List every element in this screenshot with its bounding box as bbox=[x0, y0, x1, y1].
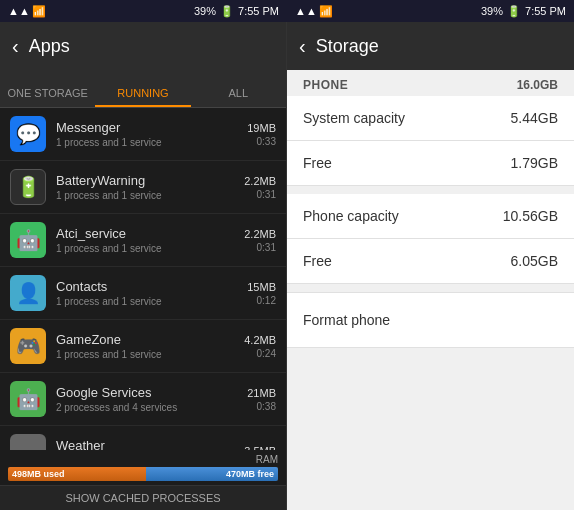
ram-used-bar: 498MB used bbox=[8, 467, 146, 481]
app-time: 0:24 bbox=[244, 348, 276, 359]
storage-item-system-capacity: System capacity 5.44GB bbox=[287, 96, 574, 141]
app-desc: 1 process and 1 service bbox=[56, 349, 244, 360]
app-size: 2.2MB bbox=[244, 228, 276, 240]
app-icon-gamezone: 🎮 bbox=[10, 328, 46, 364]
app-meta-messenger: 19MB 0:33 bbox=[247, 122, 276, 147]
show-cached-button[interactable]: SHOW CACHED PROCESSES bbox=[0, 485, 286, 510]
tab-running[interactable]: RUNNING bbox=[95, 87, 190, 107]
app-info-google: Google Services 2 processes and 4 servic… bbox=[56, 385, 247, 413]
apps-title: Apps bbox=[29, 36, 70, 57]
app-time: 0:33 bbox=[247, 136, 276, 147]
tab-one-storage[interactable]: ONE STORAGE bbox=[0, 87, 95, 107]
app-meta-google: 21MB 0:38 bbox=[247, 387, 276, 412]
storage-item-phone-capacity: Phone capacity 10.56GB bbox=[287, 194, 574, 239]
left-battery-percent: 39% bbox=[194, 5, 216, 17]
app-name: GameZone bbox=[56, 332, 244, 347]
apps-panel: ‹ Apps ONE STORAGE RUNNING ALL 💬 Messeng… bbox=[0, 0, 287, 510]
app-name: Contacts bbox=[56, 279, 247, 294]
app-icon-weather: ☁ bbox=[10, 434, 46, 450]
storage-header: ‹ Storage bbox=[287, 22, 574, 70]
app-meta-gamezone: 4.2MB 0:24 bbox=[244, 334, 276, 359]
list-item[interactable]: 🤖 Google Services 2 processes and 4 serv… bbox=[0, 373, 286, 426]
phone-section-label: PHONE bbox=[303, 78, 348, 92]
app-desc: 1 process and 1 service bbox=[56, 190, 244, 201]
left-wifi-icon: 📶 bbox=[32, 5, 46, 18]
list-item[interactable]: 👤 Contacts 1 process and 1 service 15MB … bbox=[0, 267, 286, 320]
app-desc: 2 processes and 4 services bbox=[56, 402, 247, 413]
app-size: 4.2MB bbox=[244, 334, 276, 346]
ram-label: RAM bbox=[8, 454, 278, 465]
storage-label: Free bbox=[303, 253, 332, 269]
right-status-bar: ▲▲ 📶 39% 🔋 7:55 PM bbox=[287, 0, 574, 22]
phone-section-header: PHONE 16.0GB bbox=[287, 70, 574, 96]
storage-value: 10.56GB bbox=[503, 208, 558, 224]
app-size: 15MB bbox=[247, 281, 276, 293]
left-status-bar: ▲▲ 📶 39% 🔋 7:55 PM bbox=[0, 0, 287, 22]
storage-value: 6.05GB bbox=[511, 253, 558, 269]
list-item[interactable]: ☁ Weather 1 process and 1 service 3.5MB bbox=[0, 426, 286, 450]
app-size: 2.2MB bbox=[244, 175, 276, 187]
app-icon-messenger: 💬 bbox=[10, 116, 46, 152]
format-phone-button[interactable]: Format phone bbox=[287, 292, 574, 348]
app-meta-battery: 2.2MB 0:31 bbox=[244, 175, 276, 200]
list-item[interactable]: 💬 Messenger 1 process and 1 service 19MB… bbox=[0, 108, 286, 161]
apps-tabs: ONE STORAGE RUNNING ALL bbox=[0, 70, 286, 108]
storage-label: Phone capacity bbox=[303, 208, 399, 224]
storage-label: Free bbox=[303, 155, 332, 171]
storage-panel: ‹ Storage PHONE 16.0GB System capacity 5… bbox=[287, 0, 574, 510]
storage-list: PHONE 16.0GB System capacity 5.44GB Free… bbox=[287, 70, 574, 510]
app-name: Google Services bbox=[56, 385, 247, 400]
ram-free-bar: 470MB free bbox=[146, 467, 278, 481]
storage-back-button[interactable]: ‹ bbox=[299, 35, 306, 58]
right-time: 7:55 PM bbox=[525, 5, 566, 17]
left-signal-icon: ▲▲ bbox=[8, 5, 30, 17]
ram-free-text: 470MB free bbox=[226, 469, 274, 479]
phone-section-total: 16.0GB bbox=[517, 78, 558, 92]
list-item[interactable]: 🎮 GameZone 1 process and 1 service 4.2MB… bbox=[0, 320, 286, 373]
app-name: Atci_service bbox=[56, 226, 244, 241]
app-name: Weather bbox=[56, 438, 244, 450]
storage-item-free2: Free 6.05GB bbox=[287, 239, 574, 284]
app-icon-google: 🤖 bbox=[10, 381, 46, 417]
storage-divider bbox=[287, 186, 574, 194]
app-time: 0:12 bbox=[247, 295, 276, 306]
storage-label: System capacity bbox=[303, 110, 405, 126]
left-battery-icon: 🔋 bbox=[220, 5, 234, 18]
app-name: Messenger bbox=[56, 120, 247, 135]
storage-value: 1.79GB bbox=[511, 155, 558, 171]
app-size: 21MB bbox=[247, 387, 276, 399]
tab-all[interactable]: ALL bbox=[191, 87, 286, 107]
app-icon-battery: 🔋 bbox=[10, 169, 46, 205]
right-battery-percent: 39% bbox=[481, 5, 503, 17]
app-icon-atci: 🤖 bbox=[10, 222, 46, 258]
app-info-atci: Atci_service 1 process and 1 service bbox=[56, 226, 244, 254]
apps-back-button[interactable]: ‹ bbox=[12, 35, 19, 58]
app-list: 💬 Messenger 1 process and 1 service 19MB… bbox=[0, 108, 286, 450]
ram-section: RAM 498MB used 470MB free bbox=[0, 450, 286, 485]
ram-used-text: 498MB used bbox=[12, 469, 65, 479]
right-wifi-icon: 📶 bbox=[319, 5, 333, 18]
apps-header: ‹ Apps bbox=[0, 22, 286, 70]
format-phone-label: Format phone bbox=[303, 312, 390, 328]
app-desc: 1 process and 1 service bbox=[56, 137, 247, 148]
storage-item-free1: Free 1.79GB bbox=[287, 141, 574, 186]
left-time: 7:55 PM bbox=[238, 5, 279, 17]
list-item[interactable]: 🔋 BatteryWarning 1 process and 1 service… bbox=[0, 161, 286, 214]
ram-bar: 498MB used 470MB free bbox=[8, 467, 278, 481]
list-item[interactable]: 🤖 Atci_service 1 process and 1 service 2… bbox=[0, 214, 286, 267]
app-icon-contacts: 👤 bbox=[10, 275, 46, 311]
app-time: 0:31 bbox=[244, 242, 276, 253]
app-info-battery: BatteryWarning 1 process and 1 service bbox=[56, 173, 244, 201]
right-battery-icon: 🔋 bbox=[507, 5, 521, 18]
app-name: BatteryWarning bbox=[56, 173, 244, 188]
storage-value: 5.44GB bbox=[511, 110, 558, 126]
app-info-contacts: Contacts 1 process and 1 service bbox=[56, 279, 247, 307]
app-time: 0:38 bbox=[247, 401, 276, 412]
app-time: 0:31 bbox=[244, 189, 276, 200]
app-info-messenger: Messenger 1 process and 1 service bbox=[56, 120, 247, 148]
app-desc: 1 process and 1 service bbox=[56, 296, 247, 307]
right-signal-icon: ▲▲ bbox=[295, 5, 317, 17]
storage-title: Storage bbox=[316, 36, 379, 57]
app-size: 19MB bbox=[247, 122, 276, 134]
app-desc: 1 process and 1 service bbox=[56, 243, 244, 254]
